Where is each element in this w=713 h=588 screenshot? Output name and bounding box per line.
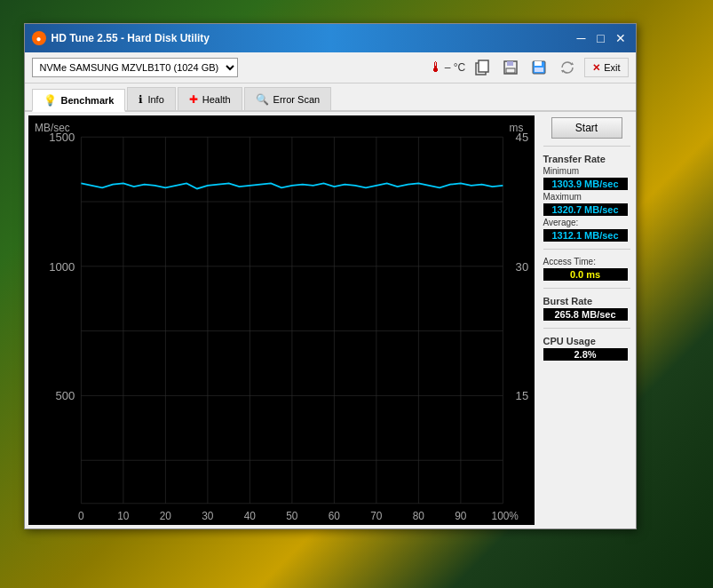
access-time-section: Access Time: 0.0 ms — [543, 257, 630, 281]
svg-text:100%: 100% — [491, 510, 519, 522]
exit-button[interactable]: ✕ Exit — [584, 58, 628, 77]
temperature-value: – °C — [445, 61, 465, 74]
refresh-icon-button[interactable] — [556, 56, 579, 79]
close-button[interactable]: ✕ — [613, 30, 629, 46]
thermometer-icon: 🌡 — [429, 60, 443, 75]
tab-info[interactable]: ℹ Info — [127, 87, 175, 110]
svg-rect-4 — [506, 68, 515, 73]
save-icon-button[interactable] — [499, 56, 522, 79]
window-title: HD Tune 2.55 - Hard Disk Utility — [51, 32, 210, 44]
cpu-usage-value: 2.8% — [543, 348, 628, 361]
svg-rect-7 — [535, 68, 543, 72]
svg-text:0: 0 — [78, 510, 84, 522]
health-icon: ✚ — [189, 93, 198, 106]
svg-text:20: 20 — [159, 510, 171, 522]
transfer-rate-section: Transfer Rate Minimum 1303.9 MB/sec Maxi… — [543, 154, 630, 242]
floppy-icon-button[interactable] — [527, 56, 551, 79]
svg-rect-3 — [507, 61, 513, 66]
minimum-value: 1303.9 MB/sec — [543, 178, 628, 190]
toolbar-icons: 🌡 – °C — [429, 56, 629, 79]
maximum-value: 1320.7 MB/sec — [543, 203, 628, 216]
tab-info-label: Info — [147, 94, 163, 105]
svg-text:80: 80 — [412, 510, 424, 522]
minimum-label: Minimum — [543, 166, 630, 176]
refresh-icon — [559, 59, 576, 76]
average-label: Average: — [543, 218, 630, 227]
svg-text:60: 60 — [328, 510, 340, 522]
save-icon — [502, 59, 519, 76]
cpu-usage-section: CPU Usage 2.8% — [543, 336, 630, 361]
exit-label: Exit — [604, 62, 620, 73]
app-icon: ● — [32, 31, 46, 45]
title-bar-left: ● HD Tune 2.55 - Hard Disk Utility — [32, 31, 210, 45]
tab-benchmark-label: Benchmark — [61, 95, 115, 106]
tabs-bar: 💡 Benchmark ℹ Info ✚ Health 🔍 Error Scan — [25, 83, 636, 112]
svg-text:500: 500 — [55, 389, 75, 402]
main-window: ● HD Tune 2.55 - Hard Disk Utility ─ □ ✕… — [24, 23, 637, 529]
right-panel: Start Transfer Rate Minimum 1303.9 MB/se… — [538, 112, 636, 528]
access-time-label: Access Time: — [543, 257, 630, 266]
tab-error-scan-label: Error Scan — [273, 94, 321, 105]
title-bar: ● HD Tune 2.55 - Hard Disk Utility ─ □ ✕ — [25, 24, 636, 52]
svg-text:ms: ms — [509, 122, 523, 134]
maximize-button[interactable]: □ — [593, 30, 609, 46]
minimize-button[interactable]: ─ — [574, 30, 590, 46]
divider-2 — [543, 249, 630, 250]
tab-benchmark[interactable]: 💡 Benchmark — [32, 89, 126, 112]
exit-x-icon: ✕ — [592, 62, 600, 74]
drive-select[interactable]: NVMe SAMSUNG MZVLB1T0 (1024 GB) — [32, 58, 238, 77]
svg-text:10: 10 — [117, 510, 130, 522]
access-time-value: 0.0 ms — [543, 268, 628, 281]
svg-rect-6 — [535, 61, 542, 66]
info-icon: ℹ — [139, 93, 143, 106]
svg-text:30: 30 — [202, 510, 214, 522]
drive-dropdown: NVMe SAMSUNG MZVLB1T0 (1024 GB) — [32, 58, 238, 77]
temperature-display: 🌡 – °C — [429, 60, 465, 75]
burst-rate-section: Burst Rate 265.8 MB/sec — [543, 296, 630, 321]
start-button[interactable]: Start — [551, 117, 622, 139]
benchmark-icon: 💡 — [44, 94, 57, 107]
burst-rate-label: Burst Rate — [543, 296, 630, 306]
average-value: 1312.1 MB/sec — [543, 229, 628, 242]
error-scan-icon: 🔍 — [256, 93, 269, 106]
content-area: 1500 1000 500 45 30 15 MB/sec ms 0 10 20… — [25, 112, 636, 528]
burst-rate-value: 265.8 MB/sec — [543, 308, 628, 321]
copy-icon — [473, 59, 491, 76]
svg-rect-8 — [28, 115, 535, 525]
svg-text:MB/sec: MB/sec — [35, 122, 70, 134]
svg-text:70: 70 — [370, 510, 383, 522]
title-controls: ─ □ ✕ — [574, 30, 629, 46]
svg-text:40: 40 — [243, 510, 256, 522]
chart-area: 1500 1000 500 45 30 15 MB/sec ms 0 10 20… — [28, 115, 535, 525]
copy-icon-button[interactable] — [471, 56, 494, 79]
divider-1 — [543, 146, 630, 147]
svg-text:50: 50 — [286, 510, 298, 522]
svg-text:30: 30 — [515, 260, 528, 274]
divider-4 — [543, 328, 630, 329]
toolbar: NVMe SAMSUNG MZVLB1T0 (1024 GB) 🌡 – °C — [25, 52, 636, 83]
transfer-rate-title: Transfer Rate — [543, 154, 630, 164]
maximum-label: Maximum — [543, 192, 630, 202]
svg-text:1000: 1000 — [49, 260, 75, 274]
benchmark-chart: 1500 1000 500 45 30 15 MB/sec ms 0 10 20… — [28, 115, 535, 525]
svg-text:90: 90 — [455, 510, 467, 522]
floppy-disk-icon — [530, 59, 548, 76]
cpu-usage-label: CPU Usage — [543, 336, 630, 346]
divider-3 — [543, 288, 630, 289]
svg-text:15: 15 — [515, 389, 528, 402]
svg-rect-1 — [479, 60, 488, 72]
tab-health[interactable]: ✚ Health — [178, 87, 242, 110]
tab-health-label: Health — [202, 94, 231, 105]
tab-error-scan[interactable]: 🔍 Error Scan — [244, 87, 332, 110]
